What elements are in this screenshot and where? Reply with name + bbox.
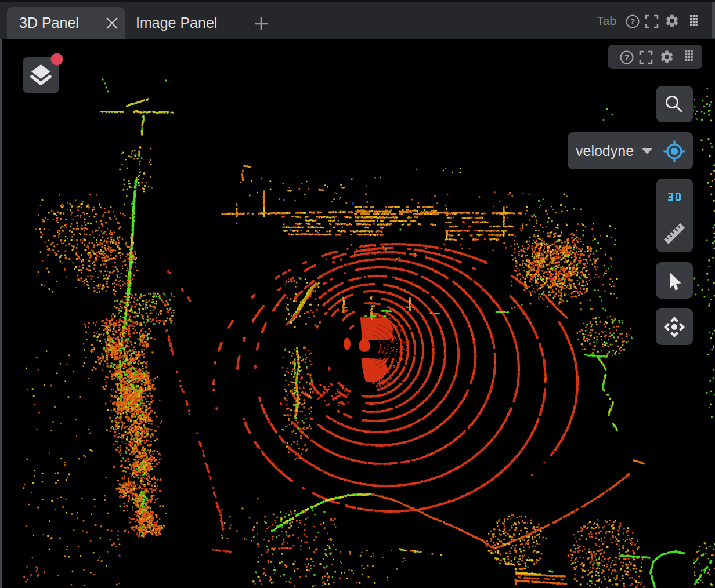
svg-text:?: ?: [630, 17, 635, 26]
svg-text:?: ?: [624, 53, 630, 62]
